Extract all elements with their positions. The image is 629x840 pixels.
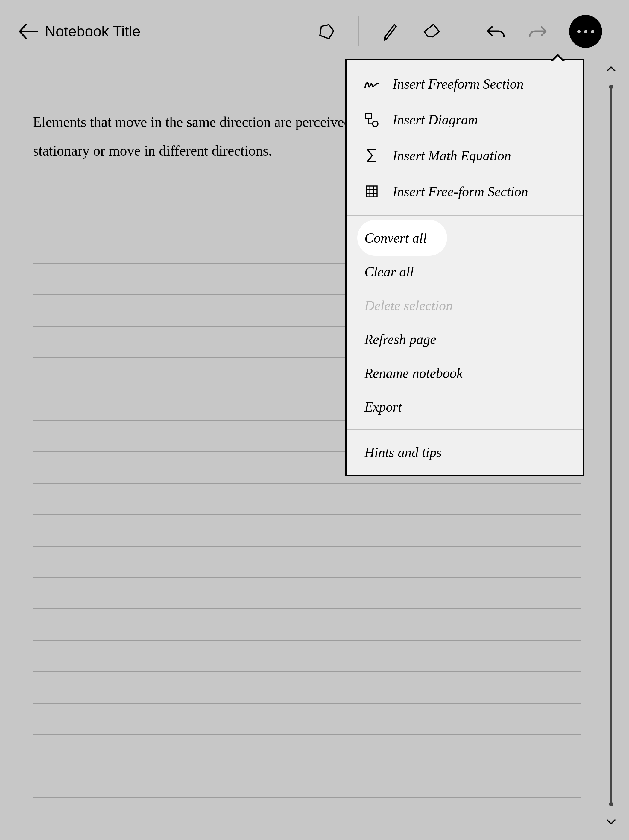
svg-point-1: [373, 121, 378, 126]
menu-item-label: Rename notebook: [365, 365, 463, 381]
menu-item-label: Insert Freeform Section: [393, 76, 524, 92]
diagram-icon: [363, 111, 381, 129]
menu-item-export[interactable]: Export: [346, 390, 583, 424]
svg-rect-2: [366, 186, 377, 197]
menu-item-hints-tips[interactable]: Hints and tips: [346, 436, 583, 469]
menu-item-label: Hints and tips: [365, 445, 442, 460]
menu-item-insert-freeform[interactable]: Insert Freeform Section: [346, 66, 583, 102]
menu-item-label: Insert Free-form Section: [393, 184, 528, 199]
menu-section-footer: Hints and tips: [346, 430, 583, 475]
menu-item-label: Insert Diagram: [393, 112, 478, 128]
menu-item-label: Refresh page: [365, 332, 436, 347]
scribble-icon: [363, 75, 381, 93]
menu-section-actions: Convert all Clear all Delete selection R…: [346, 216, 583, 429]
svg-rect-0: [366, 114, 371, 118]
menu-item-clear-all[interactable]: Clear all: [346, 255, 583, 289]
menu-item-label: Convert all: [365, 230, 427, 246]
menu-item-insert-freeform2[interactable]: Insert Free-form Section: [346, 174, 583, 209]
menu-item-insert-math[interactable]: Insert Math Equation: [346, 137, 583, 174]
menu-item-refresh-page[interactable]: Refresh page: [346, 322, 583, 356]
menu-section-insert: Insert Freeform Section Insert Diagram I…: [346, 60, 583, 215]
sigma-icon: [363, 147, 381, 164]
menu-item-label: Export: [365, 399, 402, 415]
menu-item-delete-selection: Delete selection: [346, 289, 583, 322]
menu-item-label: Insert Math Equation: [393, 148, 511, 164]
menu-item-label: Clear all: [365, 264, 414, 280]
menu-item-convert-all[interactable]: Convert all: [346, 221, 583, 255]
grid-icon: [363, 183, 381, 201]
more-menu: Insert Freeform Section Insert Diagram I…: [345, 59, 584, 476]
menu-item-insert-diagram[interactable]: Insert Diagram: [346, 102, 583, 137]
menu-item-label: Delete selection: [365, 298, 453, 314]
menu-item-rename-notebook[interactable]: Rename notebook: [346, 356, 583, 390]
